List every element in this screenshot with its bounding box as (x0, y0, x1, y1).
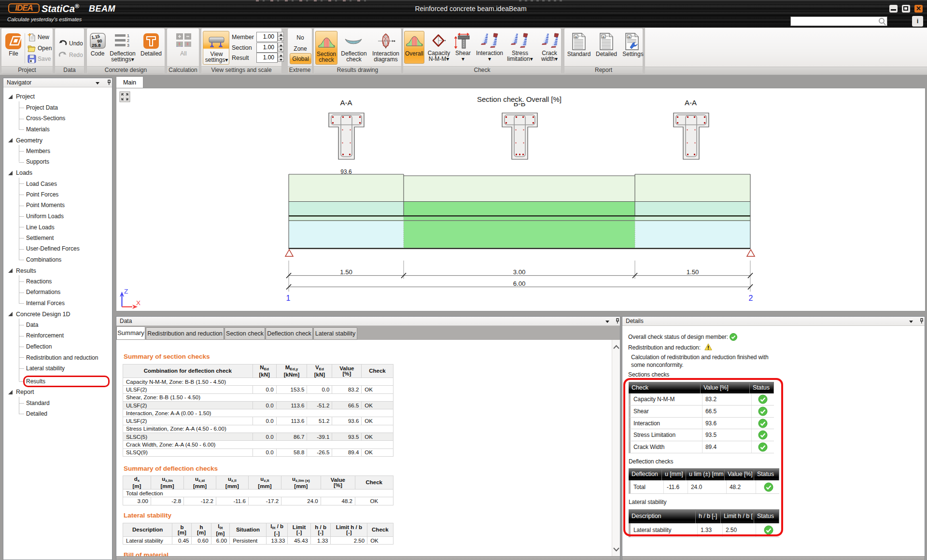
svg-text:1.50: 1.50 (340, 268, 352, 276)
svg-text:A-A: A-A (340, 98, 352, 107)
svg-text:1: 1 (286, 294, 291, 302)
svg-text:a: a (603, 35, 605, 39)
svg-text:Section check. Overall [%]: Section check. Overall [%] (477, 95, 562, 103)
svg-text:2: 2 (749, 294, 753, 302)
svg-text:2: 2 (127, 38, 129, 43)
svg-text:X: X (136, 299, 140, 307)
svg-text:3: 3 (127, 43, 129, 47)
svg-text:Z: Z (124, 288, 128, 295)
svg-text:25.8: 25.8 (92, 42, 101, 48)
svg-text:3.00: 3.00 (513, 268, 526, 276)
svg-text:A-A: A-A (685, 98, 697, 107)
svg-text:1: 1 (127, 34, 129, 38)
svg-text:6.00: 6.00 (513, 280, 526, 287)
svg-text:a: a (575, 35, 577, 39)
svg-text:a: a (628, 35, 631, 39)
svg-text:93.6: 93.6 (340, 168, 352, 175)
svg-text:1.50: 1.50 (687, 268, 699, 276)
